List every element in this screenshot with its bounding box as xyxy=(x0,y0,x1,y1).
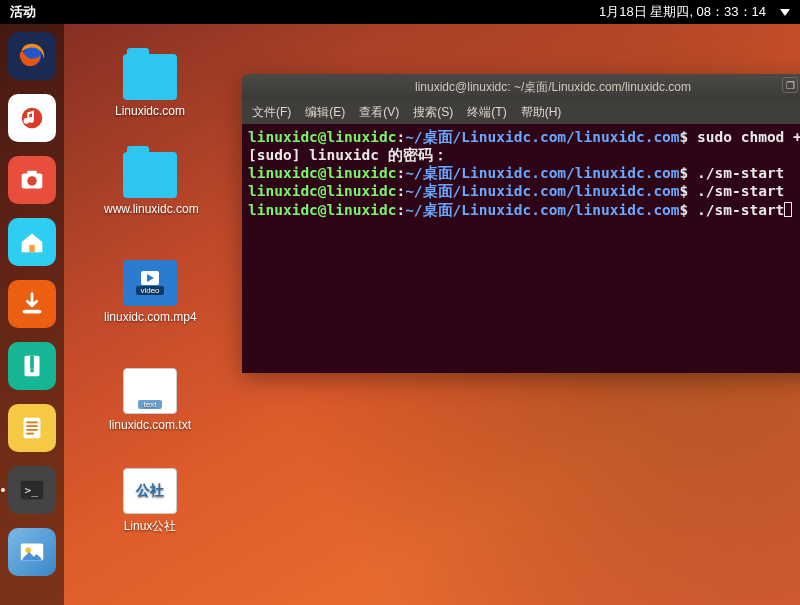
terminal-window[interactable]: linuxidc@linuxidc: ~/桌面/Linuxidc.com/lin… xyxy=(242,74,800,373)
dock-terminal-icon[interactable]: >_ xyxy=(8,466,56,514)
dock-downloads-icon[interactable] xyxy=(8,280,56,328)
desktop-icon-folder[interactable]: www.linuxidc.com xyxy=(104,152,196,216)
svg-text:>_: >_ xyxy=(25,484,39,497)
svg-rect-6 xyxy=(29,245,35,253)
desktop-icon-video[interactable]: video linuxidc.com.mp4 xyxy=(104,260,196,324)
menu-help[interactable]: 帮助(H) xyxy=(521,104,562,121)
svg-rect-13 xyxy=(26,425,37,427)
video-icon: video xyxy=(123,260,177,306)
menu-view[interactable]: 查看(V) xyxy=(359,104,399,121)
svg-rect-15 xyxy=(26,433,34,435)
image-file-icon: 公社 xyxy=(123,468,177,514)
svg-rect-12 xyxy=(26,421,37,423)
dock-photos-icon[interactable] xyxy=(8,528,56,576)
desktop-icon-image[interactable]: 公社 Linux公社 xyxy=(104,468,196,535)
terminal-titlebar[interactable]: linuxidc@linuxidc: ~/桌面/Linuxidc.com/lin… xyxy=(242,74,800,100)
folder-icon xyxy=(123,54,177,100)
window-new-icon[interactable]: ❐ xyxy=(782,77,798,93)
svg-rect-14 xyxy=(26,429,37,431)
menu-search[interactable]: 搜索(S) xyxy=(413,104,453,121)
desktop[interactable]: Linuxidc.com www.linuxidc.com video linu… xyxy=(64,24,800,605)
svg-point-10 xyxy=(30,369,34,373)
desktop-icon-label: Linuxidc.com xyxy=(104,104,196,118)
svg-rect-7 xyxy=(23,310,42,314)
desktop-icon-label: linuxidc.com.txt xyxy=(104,418,196,432)
menu-terminal[interactable]: 终端(T) xyxy=(467,104,506,121)
clock-text: 1月18日 星期四, 08：33：14 xyxy=(599,3,766,21)
desktop-icon-label: www.linuxidc.com xyxy=(104,202,196,216)
dock-files-icon[interactable] xyxy=(8,218,56,266)
dock-archive-icon[interactable] xyxy=(8,342,56,390)
desktop-icon-folder[interactable]: Linuxidc.com xyxy=(104,54,196,118)
dock: >_ xyxy=(0,24,64,605)
svg-point-4 xyxy=(27,176,36,185)
svg-rect-11 xyxy=(24,418,41,439)
system-menu-icon[interactable] xyxy=(780,9,790,16)
desktop-icon-label: Linux公社 xyxy=(104,518,196,535)
dock-notes-icon[interactable] xyxy=(8,404,56,452)
folder-icon xyxy=(123,152,177,198)
desktop-icon-txt[interactable]: text linuxidc.com.txt xyxy=(104,368,196,432)
terminal-body[interactable]: linuxidc@linuxidc:~/桌面/Linuxidc.com/linu… xyxy=(242,124,800,373)
terminal-menubar: 文件(F) 编辑(E) 查看(V) 搜索(S) 终端(T) 帮助(H) xyxy=(242,100,800,124)
svg-rect-9 xyxy=(30,356,34,369)
svg-point-19 xyxy=(25,547,31,553)
terminal-title-text: linuxidc@linuxidc: ~/桌面/Linuxidc.com/lin… xyxy=(415,79,691,96)
dock-camera-icon[interactable] xyxy=(8,156,56,204)
activities-button[interactable]: 活动 xyxy=(10,3,36,21)
menu-edit[interactable]: 编辑(E) xyxy=(305,104,345,121)
svg-rect-5 xyxy=(27,171,36,176)
text-file-icon: text xyxy=(123,368,177,414)
top-bar: 活动 1月18日 星期四, 08：33：14 xyxy=(0,0,800,24)
menu-file[interactable]: 文件(F) xyxy=(252,104,291,121)
dock-firefox-icon[interactable] xyxy=(8,32,56,80)
dock-music-icon[interactable] xyxy=(8,94,56,142)
desktop-icon-label: linuxidc.com.mp4 xyxy=(104,310,196,324)
